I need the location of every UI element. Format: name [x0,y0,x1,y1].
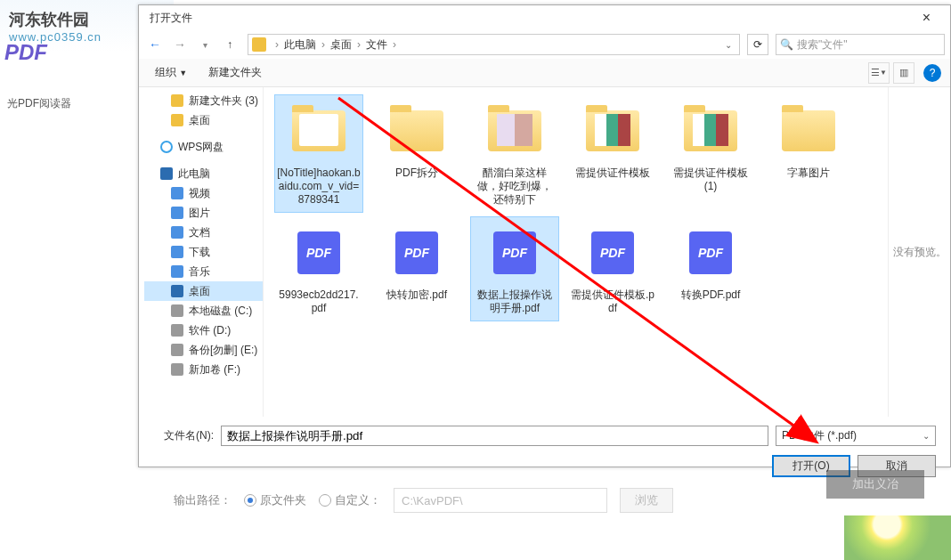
file-item[interactable]: PDF需提供证件模板.pdf [568,216,657,321]
file-item[interactable]: PDF数据上报操作说明手册.pdf [470,216,559,321]
close-button[interactable]: × [906,10,947,26]
search-input[interactable]: 🔍 搜索"文件" [776,34,945,55]
file-thumb: PDF [386,223,447,283]
tree-item-icon [171,363,183,376]
dialog-title: 打开文件 [142,11,199,26]
file-name: PDF拆分 [375,166,459,180]
radio-custom-folder[interactable]: 自定义： [319,492,381,508]
tree-item-label: 文档 [189,225,210,240]
tree-item[interactable]: 新加卷 (F:) [144,360,263,379]
tree-item-icon [171,265,183,278]
nav-forward-button[interactable]: → [169,34,191,55]
tree-item-label: 此电脑 [178,166,210,182]
file-name: 快转加密.pdf [375,288,459,302]
filetype-combo[interactable]: PDF文件 (*.pdf)⌄ [776,426,936,446]
radio-original-folder[interactable]: 原文件夹 [244,492,306,508]
browse-button[interactable]: 浏览 [620,488,673,513]
breadcrumb-item[interactable]: 文件 [364,37,389,53]
decorative-image [844,515,951,560]
tree-item-icon [171,344,183,356]
tree-item[interactable]: 桌面 [144,110,263,130]
file-name: 需提供证件模板 [571,166,654,180]
tree-item-label: 桌面 [189,113,210,128]
breadcrumb-bar[interactable]: › 此电脑 › 桌面 › 文件 › ⌄ [248,34,740,55]
file-item[interactable]: 需提供证件模板(1) [666,94,755,213]
tree-item[interactable]: 文档 [144,223,263,242]
brand-text: 河东软件园 [9,11,89,28]
tree-item-icon [171,226,183,239]
nav-recent-dropdown[interactable]: ▾ [194,34,215,55]
file-item[interactable]: PDF拆分 [372,94,461,213]
tree-item-icon [171,94,183,107]
tree-item[interactable]: WPS网盘 [144,137,263,157]
tree-item-icon [160,141,173,153]
tree-item[interactable]: 本地磁盘 (C:) [144,301,263,321]
output-path-input[interactable]: C:\KavPDF\ [394,488,607,513]
tree-item[interactable]: 桌面 [144,281,263,301]
tree-item[interactable]: 下载 [144,242,263,262]
file-thumb [582,101,643,161]
add-file-button[interactable]: 加出义冶 [826,470,924,499]
tree-item-icon [171,207,183,219]
breadcrumb-item[interactable]: 桌面 [329,37,354,53]
tree-item-label: 新建文件夹 (3) [189,93,258,109]
tree-item[interactable]: 此电脑 [144,164,263,183]
file-name: [NoTitle]haokan.baidu.com_v_vid=8789341 [277,166,361,207]
folder-icon [252,37,266,52]
tree-item-label: 备份[勿删] (E:) [189,343,257,358]
file-name: 字幕图片 [767,166,850,180]
file-item[interactable]: 醋溜白菜这样做，好吃到爆，还特别下 [470,94,559,213]
nav-up-button[interactable]: ↑ [219,34,240,55]
tree-item-label: 桌面 [189,284,210,299]
file-thumb [778,101,839,161]
file-thumb: PDF [680,223,741,283]
tree-item-label: 新加卷 (F:) [189,362,240,377]
file-item[interactable]: 需提供证件模板 [568,94,657,213]
search-placeholder: 搜索"文件" [797,37,848,53]
file-item[interactable]: PDF快转加密.pdf [372,216,461,321]
file-name: 5993ecb2dd217.pdf [277,288,361,315]
file-item[interactable]: PDF5993ecb2dd217.pdf [274,216,363,321]
file-thumb [484,101,545,161]
file-thumb [680,101,741,161]
file-name: 转换PDF.pdf [669,288,752,302]
breadcrumb-item[interactable]: 此电脑 [282,37,318,53]
tree-item-label: 下载 [189,245,210,260]
filename-input[interactable] [221,426,768,446]
tree-item-label: WPS网盘 [178,140,224,155]
tree-item[interactable]: 视频 [144,183,263,203]
tree-item-icon [171,304,183,317]
tree-item[interactable]: 备份[勿删] (E:) [144,340,263,360]
file-item[interactable]: 字幕图片 [764,94,853,213]
file-name: 需提供证件模板.pdf [571,288,654,315]
refresh-button[interactable]: ⟳ [747,34,768,55]
help-button[interactable]: ? [923,64,941,82]
tree-item-label: 视频 [189,186,210,201]
file-item[interactable]: PDF转换PDF.pdf [666,216,755,321]
pdf-logo-text: PDF [4,40,47,65]
preview-pane-button[interactable]: ▥ [893,62,914,84]
nav-back-button[interactable]: ← [144,34,166,55]
tree-item-label: 软件 (D:) [189,323,231,338]
tree-item[interactable]: 新建文件夹 (3) [144,91,263,110]
breadcrumb-dropdown[interactable]: ⌄ [721,40,736,50]
tree-item-label: 图片 [189,206,210,221]
view-mode-button[interactable]: ☰ ▼ [868,62,890,84]
file-name: 需提供证件模板(1) [669,166,752,193]
tree-item-icon [171,187,183,199]
tree-item-icon [171,285,183,297]
folder-tree[interactable]: 新建文件夹 (3)桌面WPS网盘此电脑视频图片文档下载音乐桌面本地磁盘 (C:)… [139,87,264,417]
tree-item[interactable]: 图片 [144,203,263,223]
tree-item-icon [171,114,183,126]
file-thumb: PDF [289,223,349,283]
tree-item[interactable]: 音乐 [144,262,263,281]
filename-label: 文件名(N): [153,428,214,443]
organize-button[interactable]: 组织 ▼ [148,61,194,84]
tree-item-icon [160,167,173,180]
file-item[interactable]: [NoTitle]haokan.baidu.com_v_vid=8789341 [274,94,363,213]
tree-item[interactable]: 软件 (D:) [144,321,263,340]
file-list[interactable]: [NoTitle]haokan.baidu.com_v_vid=8789341P… [264,87,888,417]
new-folder-button[interactable]: 新建文件夹 [201,61,269,84]
tree-item-icon [171,246,183,258]
preview-pane: 没有预览。 [888,87,950,417]
